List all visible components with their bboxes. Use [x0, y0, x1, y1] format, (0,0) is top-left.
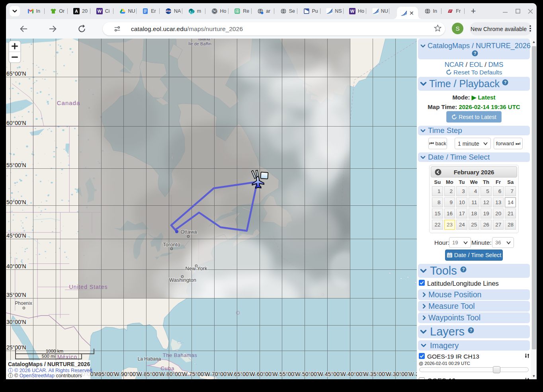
- svg-text:70°00'W: 70°00'W: [212, 371, 233, 377]
- svg-text:Island ⋅: Island ⋅: [198, 39, 213, 41]
- svg-text:Toronto: Toronto: [163, 242, 180, 248]
- svg-text:A: A: [75, 9, 78, 14]
- svg-text:Île de Baffin: Île de Baffin: [188, 41, 211, 46]
- svg-text:60°00'N: 60°00'N: [6, 120, 26, 126]
- svg-text:50°00'N: 50°00'N: [6, 199, 26, 205]
- svg-text:95°00'W: 95°00'W: [98, 371, 119, 377]
- svg-text:ⓘ © 2026 UCAR. All Rights Rese: ⓘ © 2026 UCAR. All Rights Reserved.: [8, 368, 94, 373]
- svg-text:Canada: Canada: [57, 99, 80, 106]
- svg-text:Cuba: Cuba: [160, 365, 174, 371]
- svg-text:New York: New York: [186, 265, 207, 271]
- svg-text:80°00'W: 80°00'W: [166, 371, 188, 377]
- svg-text:?: ?: [474, 51, 477, 56]
- svg-text:W: W: [213, 10, 216, 13]
- svg-text:30°00'N: 30°00'N: [6, 319, 26, 325]
- svg-text:40°00'W: 40°00'W: [348, 371, 369, 377]
- svg-text:s: s: [189, 10, 191, 13]
- svg-text:30°00'W: 30°00'W: [393, 371, 414, 377]
- svg-text:60°00'W: 60°00'W: [257, 371, 278, 377]
- svg-text:75°00'W: 75°00'W: [189, 371, 210, 377]
- svg-text:65°00'N: 65°00'N: [6, 70, 26, 77]
- svg-text:55°00'W: 55°00'W: [279, 371, 301, 377]
- svg-text:W: W: [350, 9, 355, 14]
- svg-text:The Bahamas: The Bahamas: [163, 352, 197, 358]
- svg-text:?: ?: [470, 328, 473, 333]
- svg-text:W: W: [98, 9, 102, 14]
- svg-text:?: ?: [504, 80, 507, 85]
- svg-text:40°00'N: 40°00'N: [6, 263, 26, 269]
- svg-text:United States: United States: [69, 284, 107, 290]
- svg-text:45°00'W: 45°00'W: [325, 371, 346, 377]
- svg-text:25°00'N: 25°00'N: [6, 344, 26, 351]
- svg-text:?: ?: [462, 267, 465, 272]
- svg-text:65°00'W: 65°00'W: [234, 371, 255, 377]
- svg-text:85°00'W: 85°00'W: [144, 371, 165, 377]
- svg-text:Ottawa: Ottawa: [180, 229, 197, 235]
- svg-text:50°00'W: 50°00'W: [302, 371, 323, 377]
- svg-text:NASA: NASA: [165, 10, 172, 12]
- svg-text:90°00'W: 90°00'W: [121, 371, 142, 377]
- svg-text:1000 km: 1000 km: [46, 349, 63, 353]
- svg-text:45°00'N: 45°00'N: [6, 232, 26, 239]
- svg-text:55°00'N: 55°00'N: [6, 162, 26, 168]
- svg-text:Phoenix: Phoenix: [15, 300, 32, 306]
- svg-text:ⓘ © OpenStreetMap contributors: ⓘ © OpenStreetMap contributors: [8, 373, 82, 378]
- svg-text:La Habana: La Habana: [138, 356, 161, 362]
- svg-text:500 mi: 500 mi: [42, 354, 56, 359]
- svg-text:35°00'W: 35°00'W: [370, 371, 391, 377]
- svg-text:Washington: Washington: [169, 277, 196, 283]
- svg-text:35°00'N: 35°00'N: [6, 292, 26, 298]
- svg-text:CatalogMaps / NURTURE_2026: CatalogMaps / NURTURE_2026: [8, 361, 90, 367]
